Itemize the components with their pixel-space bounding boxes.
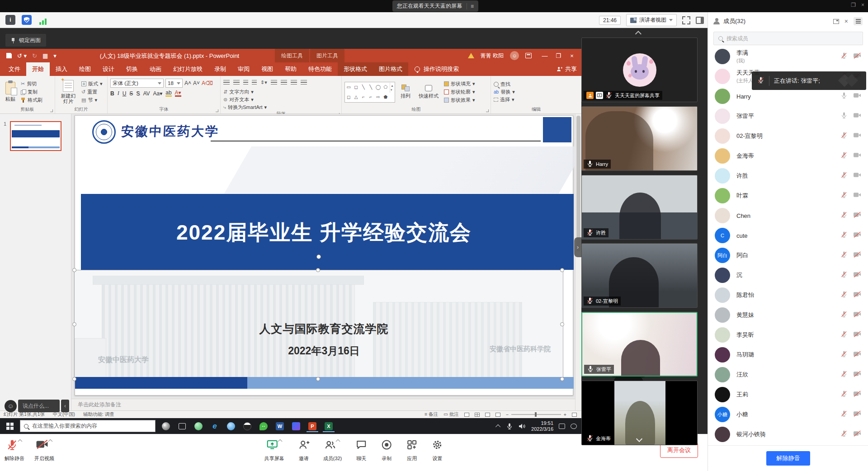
notes-pane[interactable]: 单击此处添加备注	[71, 399, 575, 410]
italic-button[interactable]: I	[118, 90, 119, 97]
member-row-金海蒂[interactable]: 金海蒂	[708, 146, 868, 166]
align-text-button[interactable]: ⊜对齐文本 ▾	[223, 96, 339, 103]
collapse-videos-icon[interactable]	[630, 30, 648, 36]
cut-button[interactable]: ✂剪切	[21, 80, 42, 87]
ppt-tab-幻灯片放映[interactable]: 幻灯片放映	[167, 62, 208, 76]
mic-on-icon[interactable]	[840, 92, 848, 101]
selection-handle[interactable]	[560, 322, 564, 326]
member-row-李昊昕[interactable]: 李昊昕	[708, 325, 868, 345]
spacing-button[interactable]: AV	[143, 90, 150, 97]
case-button[interactable]: Aa▾	[153, 90, 163, 97]
feishu-icon[interactable]	[290, 420, 302, 432]
slideshow-view-icon[interactable]	[495, 413, 500, 417]
taskbar-search[interactable]: 在这里输入你要搜索的内容	[20, 420, 156, 432]
chat-button[interactable]: 聊天	[355, 439, 367, 462]
camera-on-icon[interactable]	[853, 152, 861, 160]
member-row-李满[interactable]: 李满(我)	[708, 47, 868, 66]
mic-muted-icon[interactable]	[840, 191, 848, 200]
redo-icon[interactable]: ↻	[32, 52, 37, 59]
tray-message-icon[interactable]	[559, 424, 565, 429]
ppt-tab-视图[interactable]: 视图	[255, 62, 279, 76]
mic-muted-icon[interactable]	[840, 231, 848, 240]
paste-button[interactable]: 粘贴	[3, 78, 18, 106]
member-search-input[interactable]	[726, 35, 844, 42]
mic-muted-icon[interactable]	[840, 271, 848, 280]
member-row-陈君怡[interactable]: 陈君怡	[708, 285, 868, 305]
meeting-info-icon[interactable]: i	[5, 15, 15, 25]
mic-muted-icon[interactable]	[840, 171, 848, 180]
warning-icon[interactable]	[468, 53, 474, 58]
ppt-tab-文件[interactable]: 文件	[3, 62, 26, 76]
fullscreen-icon[interactable]	[682, 16, 690, 24]
browser-360-icon[interactable]	[193, 420, 204, 432]
new-slide-button[interactable]: 新建幻灯片	[58, 78, 79, 106]
chevron-up-icon[interactable]	[278, 439, 282, 444]
line-spacing-icon[interactable]: ⇕▾	[260, 80, 267, 85]
member-row-黄慧妹[interactable]: 黄慧妹	[708, 305, 868, 325]
justify-icon[interactable]	[301, 80, 307, 85]
camera-off-icon[interactable]	[853, 251, 861, 259]
selection-handle[interactable]	[316, 377, 320, 381]
side-panel-icon[interactable]	[696, 17, 704, 24]
camera-off-icon[interactable]	[853, 212, 861, 220]
mic-muted-icon[interactable]	[840, 132, 848, 141]
member-row-张雷平[interactable]: 张雷平	[708, 106, 868, 126]
mic-muted-icon[interactable]	[840, 390, 848, 399]
font-size-select[interactable]: 18	[165, 79, 183, 88]
mic-muted-icon[interactable]	[840, 430, 848, 439]
mic-muted-icon[interactable]	[840, 251, 848, 260]
indent-decrease-icon[interactable]	[243, 80, 248, 85]
camera-on-icon[interactable]	[853, 112, 861, 120]
arrange-button[interactable]: 排列	[398, 85, 413, 99]
ribbon-display-icon[interactable]	[525, 53, 532, 58]
camera-off-icon[interactable]	[853, 351, 861, 359]
layout-button[interactable]: 版式 ▾	[81, 80, 103, 87]
ppt-tab-动画[interactable]: 动画	[144, 62, 167, 76]
settings-button[interactable]: 设置	[431, 439, 443, 462]
camera-off-icon[interactable]	[853, 52, 861, 61]
bold-button[interactable]: B	[110, 90, 114, 97]
task-view-icon[interactable]	[176, 420, 188, 432]
member-row-银河小铁骑[interactable]: 银河小铁骑	[708, 424, 868, 444]
panel-collapse-handle[interactable]: ›	[574, 237, 581, 257]
reset-button[interactable]: ↺重置	[81, 89, 103, 95]
mic-muted-icon[interactable]	[840, 291, 848, 300]
view-mode-dropdown[interactable]: 演讲者视图	[626, 14, 677, 26]
app-restore-icon[interactable]: ❐	[851, 2, 856, 8]
video-tile-张雷平[interactable]: 张雷平	[581, 312, 698, 377]
member-row-阿白[interactable]: 阿白阿白	[708, 245, 868, 265]
rotate-handle[interactable]	[316, 254, 321, 259]
camera-off-icon[interactable]	[853, 410, 861, 419]
selection-handle[interactable]	[560, 377, 564, 381]
tray-ime-icon[interactable]	[571, 424, 577, 429]
video-tile-Harry[interactable]: Harry	[581, 106, 698, 171]
smartart-button[interactable]: ⤷转换为SmartArt ▾	[223, 104, 339, 111]
video-tile-screen-share[interactable]: 天天天蓝的屏幕共享	[581, 38, 698, 102]
numbering-icon[interactable]	[233, 80, 240, 85]
status-language[interactable]: 中文(中国)	[53, 411, 75, 418]
record-button[interactable]: 录制	[381, 439, 392, 462]
shapes-gallery[interactable]: ▭◻╲╲◯⬠ ◻△⌐⌐⇨⬟	[344, 82, 395, 103]
clear-format-button[interactable]: A⌫	[202, 80, 213, 86]
tray-mic-icon[interactable]	[506, 423, 513, 430]
member-row-马玥璐[interactable]: 马玥璐	[708, 345, 868, 365]
bullets-icon[interactable]	[223, 80, 230, 85]
video-tile-金海蒂[interactable]: 金海蒂	[581, 381, 698, 445]
camera-on-icon[interactable]	[853, 172, 861, 180]
word-icon[interactable]: W	[274, 420, 286, 432]
more-videos-icon[interactable]	[637, 437, 642, 442]
mic-muted-icon[interactable]	[840, 52, 848, 61]
ppt-tab-审阅[interactable]: 审阅	[232, 62, 255, 76]
shape-outline-button[interactable]: 形状轮廓 ▾	[444, 89, 475, 95]
network-signal-icon[interactable]	[38, 15, 48, 25]
zoom-slider[interactable]: −+	[506, 412, 566, 417]
slide-sorter-icon[interactable]	[475, 413, 480, 417]
strike-button[interactable]: S	[129, 90, 133, 97]
camera-off-icon[interactable]	[853, 231, 861, 240]
start-video-button[interactable]: 开启视频	[34, 439, 54, 462]
mic-muted-icon[interactable]	[840, 311, 848, 320]
chat-input-pill[interactable]: 说点什么...	[18, 400, 60, 412]
cortana-icon[interactable]	[160, 420, 172, 432]
comments-toggle[interactable]: ▭ 批注	[443, 411, 459, 418]
highlight-color-button[interactable]: ab	[165, 90, 171, 97]
